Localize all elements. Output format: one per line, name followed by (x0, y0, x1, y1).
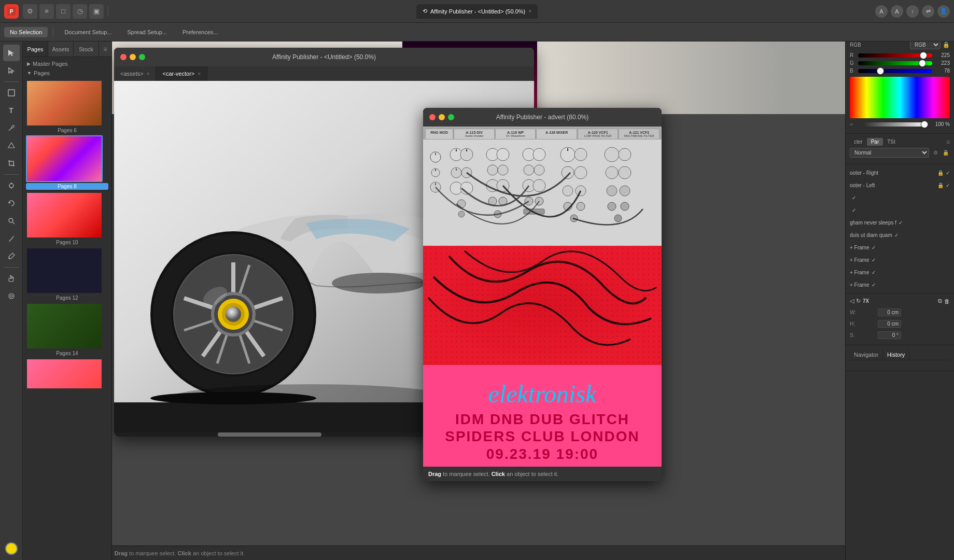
window-tab-car-vector[interactable]: <car-vector> × (156, 66, 207, 81)
slider-r[interactable] (858, 53, 932, 58)
toolbar-icon-settings[interactable]: ⚙ (23, 4, 37, 19)
layer-lock-icon-1[interactable]: 🔒 (937, 183, 944, 188)
toolbar-icon-layers[interactable]: ≡ (39, 4, 54, 19)
text-tab-tst[interactable]: TSt (883, 138, 900, 146)
layer-row-blank-1[interactable]: ✓ (849, 191, 951, 204)
tool-frame[interactable] (3, 85, 20, 101)
tool-brush[interactable] (3, 230, 20, 247)
transform-copy-icon[interactable]: ⧉ (938, 298, 942, 304)
tool-eyedrop[interactable] (3, 248, 20, 264)
slider-g[interactable] (858, 61, 932, 65)
layer-label-frame-3: + Frame (850, 270, 869, 275)
lock-icon[interactable]: 🔒 (943, 41, 950, 48)
opacity-slider[interactable] (863, 122, 928, 127)
window-maximize-btn[interactable] (139, 54, 145, 60)
blend-mode-select[interactable]: Normal Multiply Screen Overlay (850, 148, 929, 158)
panel-tab-assets[interactable]: Assets (48, 41, 74, 57)
toolbar-icon-doc[interactable]: □ (56, 4, 71, 19)
status-drag-desc: to marquee select. (129, 550, 176, 556)
advert-maximize-btn[interactable] (448, 114, 454, 120)
slider-r-thumb[interactable] (920, 52, 927, 59)
tab-car-close[interactable]: × (198, 71, 201, 77)
toolbar-icon-clock[interactable]: ◷ (73, 4, 87, 19)
page-thumb-10[interactable]: Pages 10 (26, 192, 108, 245)
tab-navigator[interactable]: Navigator (850, 349, 883, 360)
tab-history[interactable]: History (883, 349, 909, 360)
page-thumb-bottom[interactable] (26, 358, 108, 389)
tool-target[interactable] (3, 288, 20, 304)
tool-zoom[interactable] (3, 213, 20, 229)
panel-tab-stock[interactable]: Stock (74, 41, 99, 57)
slider-b-thumb[interactable] (877, 67, 884, 75)
transform-nav-icon[interactable]: ◁ (850, 298, 854, 304)
page-thumb-8[interactable]: Pages 8 (26, 135, 108, 190)
text-tab-char[interactable]: cter (850, 138, 867, 146)
color-spectrum[interactable] (850, 77, 950, 118)
tool-shape[interactable] (3, 137, 20, 154)
mode-btn-document-setup[interactable]: Document Setup... (59, 27, 117, 37)
layer-row-gham[interactable]: gham never sleeps f ✓ (849, 216, 951, 229)
tool-rotate[interactable] (3, 195, 20, 212)
w-value[interactable]: 0 cm (878, 309, 901, 316)
advert-minimize-btn[interactable] (439, 114, 445, 120)
tool-crop[interactable] (3, 155, 20, 172)
color-model-select[interactable]: RGB CMYK HSL (910, 40, 941, 49)
pages-section-header[interactable]: ▼ Pages (26, 68, 108, 78)
foreground-color[interactable] (5, 542, 18, 555)
tab-close-btn[interactable]: × (528, 8, 531, 14)
tab-assets-close[interactable]: × (147, 71, 150, 77)
panel-menu-btn[interactable]: ≡ (99, 41, 111, 57)
mode-btn-no-selection[interactable]: No Selection (4, 27, 48, 37)
toolbar-user-icon[interactable]: 👤 (937, 5, 950, 18)
window-close-btn[interactable] (120, 54, 127, 60)
toolbar-icon-grid[interactable]: ▣ (89, 4, 104, 19)
slider-b[interactable] (858, 69, 932, 73)
text-tab-par[interactable]: Par (867, 138, 883, 146)
page-thumb-6[interactable]: Pages 6 (26, 80, 108, 133)
opacity-thumb[interactable] (921, 121, 928, 128)
toolbar-share-icon[interactable]: ⇌ (922, 5, 934, 18)
layer-row-frame-4[interactable]: + Frame ✓ (849, 278, 951, 291)
tool-text[interactable]: T (3, 102, 20, 119)
toolbar-export-icon[interactable]: ↑ (906, 5, 919, 18)
layer-row-duis[interactable]: duis ut diam quam ✓ (849, 229, 951, 241)
layer-row-footer-left[interactable]: ooter - Left 🔒 ✓ (849, 179, 951, 191)
h-value[interactable]: 0 cm (878, 320, 901, 328)
page-thumb-12[interactable]: Pages 12 (26, 247, 108, 301)
panel-tab-pages[interactable]: Pages (23, 41, 48, 57)
master-pages-header[interactable]: ▶ Master Pages (26, 59, 108, 68)
s-value[interactable]: 0 ° (878, 331, 901, 339)
transform-icon[interactable]: ↻ (856, 298, 861, 304)
toolbar-text-icon[interactable]: A (891, 5, 903, 18)
layer-lock-icon-0[interactable]: 🔒 (937, 170, 944, 176)
window-minimize-btn[interactable] (130, 54, 136, 60)
blend-settings-icon[interactable]: ⚙ (931, 149, 939, 157)
layer-row-blank-2[interactable]: ✓ (849, 204, 951, 216)
advert-close-btn[interactable] (429, 114, 436, 120)
tool-select[interactable] (3, 62, 20, 79)
tool-pointer[interactable] (3, 45, 20, 61)
page-label-14: Pages 14 (26, 351, 108, 356)
page-thumb-14[interactable]: Pages 14 (26, 303, 108, 356)
main-status-bar: ⏮ ◀ ▶ ⏭ 8,9 of 42 Drag to marquee select… (23, 545, 845, 560)
scrollbar-thumb[interactable] (218, 432, 321, 437)
text-section-menu-btn[interactable]: ≡ (946, 138, 950, 146)
tool-hand[interactable] (3, 270, 20, 287)
tool-pen[interactable] (3, 120, 20, 136)
mode-btn-spread-setup[interactable]: Spread Setup... (121, 27, 172, 37)
layer-row-footer-right[interactable]: ooter - Right 🔒 ✓ (849, 166, 951, 179)
app-icon[interactable]: P (4, 4, 19, 19)
tab-lifestyle-magazine[interactable]: ⟲ Affinity Publisher - <Untitled> (50.0%… (416, 4, 538, 19)
transform-delete-icon[interactable]: 🗑 (944, 298, 950, 304)
tab-bar: ⟲ Affinity Publisher - <Untitled> (50.0%… (416, 4, 538, 19)
tool-view[interactable] (3, 177, 20, 194)
toolbar-mode-icon[interactable]: A (875, 5, 888, 18)
blend-lock-icon[interactable]: 🔒 (942, 149, 950, 157)
layer-row-frame-2[interactable]: + Frame ✓ (849, 254, 951, 266)
slider-g-thumb[interactable] (919, 60, 926, 67)
layer-row-frame-1[interactable]: + Frame ✓ (849, 241, 951, 254)
layer-row-frame-3[interactable]: + Frame ✓ (849, 266, 951, 278)
mode-btn-preferences[interactable]: Preferences... (177, 27, 223, 37)
window-tab-assets[interactable]: <assets> × (114, 66, 156, 81)
layer-label-frame-4: + Frame (850, 282, 869, 288)
